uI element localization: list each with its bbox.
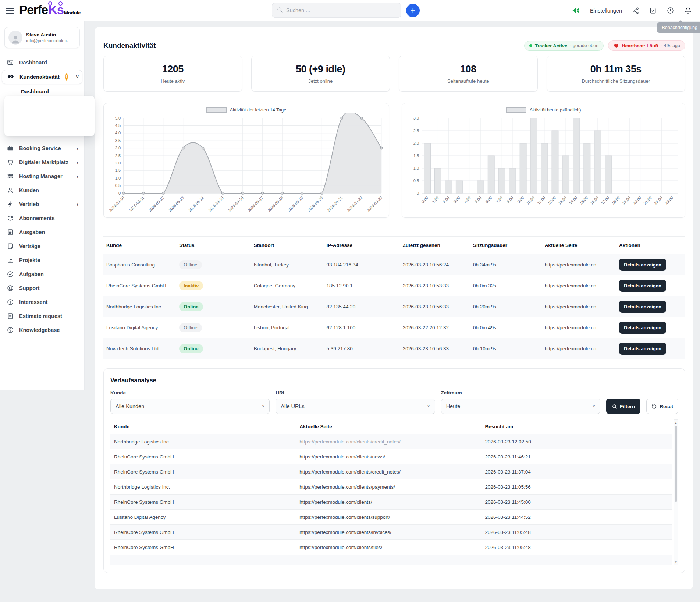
legend-label: Aktivität heute (stündlich) <box>530 107 581 113</box>
svg-text:2026-03-14: 2026-03-14 <box>188 195 205 213</box>
svg-text:12:00: 12:00 <box>547 195 557 205</box>
sidebar-item-support[interactable]: Support <box>0 281 84 295</box>
svg-text:16:00: 16:00 <box>589 195 599 205</box>
cell-besucht: 2026-03-23 11:05:56 <box>481 479 672 495</box>
details-button[interactable]: Details anzeigen <box>619 343 666 355</box>
cell-status: Offline <box>175 254 250 275</box>
url-select[interactable]: Alle URLs ˅ <box>276 399 435 414</box>
sidebar-item-kundenaktivit-t[interactable]: Kundenaktivität1˅ <box>2 70 82 84</box>
sidebar-item-label: Projekte <box>19 257 40 263</box>
search-input[interactable] <box>286 7 397 13</box>
svg-text:1.0: 1.0 <box>115 176 121 180</box>
cell-seite: https://perfexmodule.com/clients/support… <box>296 510 481 525</box>
user-profile-card[interactable]: Steve Austin info@perfexmodule.c... <box>4 27 80 48</box>
scrollbar-thumb[interactable] <box>675 426 677 502</box>
chart-legend: Aktivität der letzten 14 Tage <box>104 107 389 113</box>
search-bar[interactable] <box>272 3 401 18</box>
document-icon <box>7 229 14 236</box>
table-row: RheinCore Systems GmbH https://perfexmod… <box>110 525 672 540</box>
chart-icon <box>7 256 14 264</box>
cell-besucht <box>481 555 672 566</box>
app-logo: Perfe Ks Module <box>19 3 81 17</box>
cell-kunde: Bosphorus Consulting <box>103 254 175 275</box>
history-filters: Kunde Alle Kunden ˅ URL Alle URLs ˅ Zeit… <box>110 390 678 414</box>
zeitraum-select[interactable]: Heute ˅ <box>441 399 600 414</box>
cell-zuletzt: 2026-03-23 10:56:24 <box>399 254 469 275</box>
reset-icon <box>651 404 657 409</box>
sidebar-item-vertrieb[interactable]: Vertrieb‹ <box>0 197 84 211</box>
reset-button[interactable]: Reset <box>646 399 678 414</box>
details-button[interactable]: Details anzeigen <box>619 280 666 292</box>
speaker-icon[interactable] <box>572 6 580 15</box>
stat-label: Durchschnittliche Sitzungsdauer <box>582 78 650 84</box>
filter-button[interactable]: Filtern <box>606 399 640 414</box>
tasks-checkbox-icon[interactable] <box>649 7 657 14</box>
sidebar-item-abonnements[interactable]: Abonnements <box>0 211 84 225</box>
sidebar-item-label: Booking Service <box>19 145 61 151</box>
reset-button-label: Reset <box>660 404 673 409</box>
details-button[interactable]: Details anzeigen <box>619 322 666 334</box>
details-button[interactable]: Details anzeigen <box>619 259 666 271</box>
status-badge: Offline <box>179 323 202 332</box>
svg-text:3.0: 3.0 <box>115 146 121 150</box>
status-badge: Online <box>179 302 203 311</box>
sidebar-item-dashboard[interactable]: Dashboard <box>0 56 84 70</box>
svg-text:5.0: 5.0 <box>115 116 121 120</box>
cell-ip: 93.184.216.34 <box>323 254 399 275</box>
svg-text:15:00: 15:00 <box>579 195 589 205</box>
cell-zuletzt: 2026-03-23 10:56:33 <box>399 338 469 359</box>
clock-icon[interactable] <box>667 7 674 14</box>
scroll-down-icon[interactable]: ▼ <box>674 559 678 564</box>
chart-card-hourly: Aktivität heute (stündlich) 00.51.01.52.… <box>402 103 685 218</box>
chevron-left-icon: ‹ <box>77 159 78 165</box>
cell-dauer: 0h 20m 9s <box>469 296 541 317</box>
kunde-select[interactable]: Alle Kunden ˅ <box>110 399 270 414</box>
details-button[interactable]: Details anzeigen <box>619 301 666 313</box>
search-icon <box>612 404 617 409</box>
stat-label: Jetzt online <box>308 78 333 84</box>
chevron-left-icon: ‹ <box>77 145 78 151</box>
cell-kunde: RheinCore Systems GmbH <box>103 275 175 296</box>
hamburger-menu-icon[interactable] <box>6 6 14 14</box>
sidebar-item-projekte[interactable]: Projekte <box>0 253 84 267</box>
column-header: Standort <box>250 237 323 254</box>
sidebar-item-digitaler-marktplatz[interactable]: Digitaler Marktplatz‹ <box>0 155 84 169</box>
sidebar-item-booking-service[interactable]: Booking Service‹ <box>0 141 84 155</box>
sidebar-item-aufgaben[interactable]: Aufgaben <box>0 267 84 281</box>
svg-text:23:00: 23:00 <box>664 195 674 205</box>
sidebar-item-ausgaben[interactable]: Ausgaben <box>0 225 84 239</box>
refresh-icon <box>7 215 14 222</box>
svg-text:2026-03-23: 2026-03-23 <box>366 195 383 213</box>
sidebar-item-kunden[interactable]: Kunden <box>0 183 84 197</box>
svg-text:2.0: 2.0 <box>115 161 121 165</box>
file-icon <box>7 312 14 320</box>
share-icon[interactable] <box>632 7 639 14</box>
svg-text:5:00: 5:00 <box>474 195 482 204</box>
svg-text:0.5: 0.5 <box>413 178 419 183</box>
cell-besucht: 2026-03-23 11:44:52 <box>481 510 672 525</box>
bell-icon[interactable] <box>684 7 692 14</box>
sidebar-item-hosting-manager[interactable]: Hosting Manager‹ <box>0 169 84 183</box>
svg-text:21:00: 21:00 <box>643 195 653 205</box>
cell-kunde: NovaTech Solutions Ltd. <box>103 338 175 359</box>
svg-text:4.0: 4.0 <box>115 131 121 135</box>
scroll-up-icon[interactable]: ▲ <box>674 420 678 425</box>
add-button[interactable]: + <box>406 4 420 17</box>
cell-seite <box>296 555 481 566</box>
heart-icon <box>613 43 619 49</box>
cell-kunde: Northbridge Logistics Inc. <box>110 479 296 495</box>
svg-text:2026-03-19: 2026-03-19 <box>287 195 304 213</box>
sidebar-item-knowledgebase[interactable]: Knowledgebase <box>0 323 84 337</box>
cart-icon <box>7 159 14 166</box>
sidebar-item-vertr-ge[interactable]: Verträge <box>0 239 84 253</box>
sidebar-item-interessent[interactable]: Interessent <box>0 295 84 309</box>
scrollbar[interactable]: ▲ ▼ <box>674 419 678 565</box>
column-header: Aktionen <box>615 237 685 254</box>
svg-text:3.5: 3.5 <box>115 138 121 143</box>
table-row: RheinCore Systems GmbH https://perfexmod… <box>110 540 672 555</box>
cell-ip: 62.128.1.100 <box>323 317 399 338</box>
sidebar-item-estimate-request[interactable]: Estimate request <box>0 309 84 323</box>
settings-menu-item[interactable]: Einstellungen <box>590 8 622 14</box>
cell-seite: https://perfexmodule.co... <box>541 254 615 275</box>
svg-text:3:00: 3:00 <box>452 195 461 204</box>
